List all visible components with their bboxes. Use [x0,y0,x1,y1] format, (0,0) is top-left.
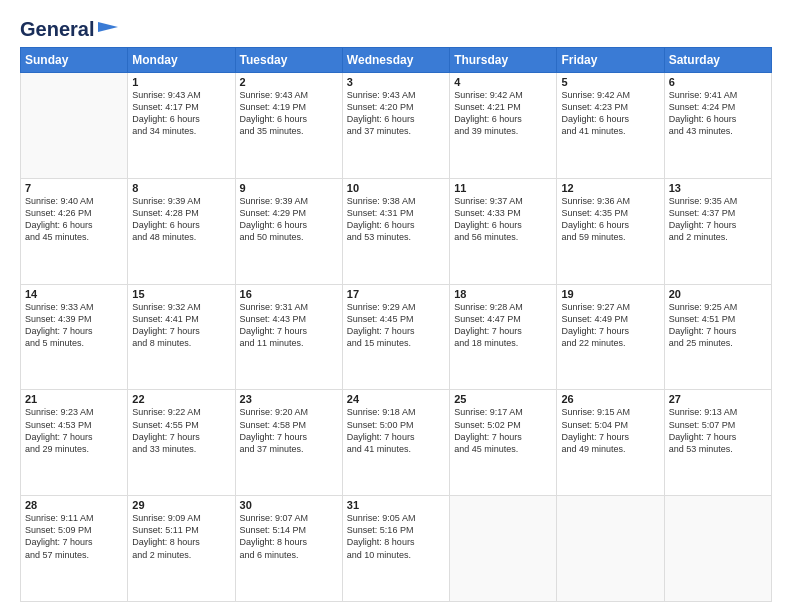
day-number: 21 [25,393,123,405]
calendar-cell: 16Sunrise: 9:31 AM Sunset: 4:43 PM Dayli… [235,284,342,390]
day-number: 1 [132,76,230,88]
day-info: Sunrise: 9:43 AM Sunset: 4:20 PM Dayligh… [347,89,445,138]
calendar-cell [450,496,557,602]
calendar-cell: 8Sunrise: 9:39 AM Sunset: 4:28 PM Daylig… [128,178,235,284]
day-info: Sunrise: 9:38 AM Sunset: 4:31 PM Dayligh… [347,195,445,244]
calendar-cell: 20Sunrise: 9:25 AM Sunset: 4:51 PM Dayli… [664,284,771,390]
logo-general: General [20,18,94,41]
day-info: Sunrise: 9:28 AM Sunset: 4:47 PM Dayligh… [454,301,552,350]
calendar-cell: 14Sunrise: 9:33 AM Sunset: 4:39 PM Dayli… [21,284,128,390]
logo-flag-icon [96,22,118,38]
calendar-cell: 24Sunrise: 9:18 AM Sunset: 5:00 PM Dayli… [342,390,449,496]
calendar-cell: 10Sunrise: 9:38 AM Sunset: 4:31 PM Dayli… [342,178,449,284]
calendar-cell: 28Sunrise: 9:11 AM Sunset: 5:09 PM Dayli… [21,496,128,602]
day-info: Sunrise: 9:39 AM Sunset: 4:28 PM Dayligh… [132,195,230,244]
day-info: Sunrise: 9:43 AM Sunset: 4:17 PM Dayligh… [132,89,230,138]
calendar-cell: 22Sunrise: 9:22 AM Sunset: 4:55 PM Dayli… [128,390,235,496]
calendar-cell: 12Sunrise: 9:36 AM Sunset: 4:35 PM Dayli… [557,178,664,284]
day-info: Sunrise: 9:09 AM Sunset: 5:11 PM Dayligh… [132,512,230,561]
calendar-cell: 15Sunrise: 9:32 AM Sunset: 4:41 PM Dayli… [128,284,235,390]
day-number: 17 [347,288,445,300]
day-number: 6 [669,76,767,88]
calendar-cell: 1Sunrise: 9:43 AM Sunset: 4:17 PM Daylig… [128,73,235,179]
day-number: 4 [454,76,552,88]
calendar-cell: 30Sunrise: 9:07 AM Sunset: 5:14 PM Dayli… [235,496,342,602]
day-number: 25 [454,393,552,405]
day-info: Sunrise: 9:37 AM Sunset: 4:33 PM Dayligh… [454,195,552,244]
calendar-cell: 29Sunrise: 9:09 AM Sunset: 5:11 PM Dayli… [128,496,235,602]
header: General [20,18,772,37]
day-number: 8 [132,182,230,194]
calendar-cell: 5Sunrise: 9:42 AM Sunset: 4:23 PM Daylig… [557,73,664,179]
day-info: Sunrise: 9:35 AM Sunset: 4:37 PM Dayligh… [669,195,767,244]
calendar-cell: 9Sunrise: 9:39 AM Sunset: 4:29 PM Daylig… [235,178,342,284]
day-number: 19 [561,288,659,300]
day-info: Sunrise: 9:11 AM Sunset: 5:09 PM Dayligh… [25,512,123,561]
day-number: 3 [347,76,445,88]
calendar-cell: 17Sunrise: 9:29 AM Sunset: 4:45 PM Dayli… [342,284,449,390]
calendar-cell: 3Sunrise: 9:43 AM Sunset: 4:20 PM Daylig… [342,73,449,179]
day-number: 26 [561,393,659,405]
day-info: Sunrise: 9:33 AM Sunset: 4:39 PM Dayligh… [25,301,123,350]
calendar-cell: 11Sunrise: 9:37 AM Sunset: 4:33 PM Dayli… [450,178,557,284]
day-info: Sunrise: 9:29 AM Sunset: 4:45 PM Dayligh… [347,301,445,350]
day-info: Sunrise: 9:42 AM Sunset: 4:23 PM Dayligh… [561,89,659,138]
page-container: General SundayMondayTuesdayWednesdayThur… [0,0,792,612]
calendar-week-1: 7Sunrise: 9:40 AM Sunset: 4:26 PM Daylig… [21,178,772,284]
day-number: 15 [132,288,230,300]
calendar-table: SundayMondayTuesdayWednesdayThursdayFrid… [20,47,772,602]
day-number: 11 [454,182,552,194]
day-number: 28 [25,499,123,511]
day-number: 29 [132,499,230,511]
col-header-saturday: Saturday [664,48,771,73]
day-info: Sunrise: 9:41 AM Sunset: 4:24 PM Dayligh… [669,89,767,138]
day-info: Sunrise: 9:22 AM Sunset: 4:55 PM Dayligh… [132,406,230,455]
col-header-thursday: Thursday [450,48,557,73]
day-info: Sunrise: 9:39 AM Sunset: 4:29 PM Dayligh… [240,195,338,244]
day-number: 12 [561,182,659,194]
logo: General [20,18,118,37]
calendar-cell: 2Sunrise: 9:43 AM Sunset: 4:19 PM Daylig… [235,73,342,179]
day-number: 18 [454,288,552,300]
calendar-week-3: 21Sunrise: 9:23 AM Sunset: 4:53 PM Dayli… [21,390,772,496]
day-info: Sunrise: 9:42 AM Sunset: 4:21 PM Dayligh… [454,89,552,138]
calendar-cell: 26Sunrise: 9:15 AM Sunset: 5:04 PM Dayli… [557,390,664,496]
calendar-cell: 21Sunrise: 9:23 AM Sunset: 4:53 PM Dayli… [21,390,128,496]
day-info: Sunrise: 9:23 AM Sunset: 4:53 PM Dayligh… [25,406,123,455]
day-number: 30 [240,499,338,511]
day-number: 7 [25,182,123,194]
col-header-monday: Monday [128,48,235,73]
calendar-cell: 13Sunrise: 9:35 AM Sunset: 4:37 PM Dayli… [664,178,771,284]
calendar-cell: 6Sunrise: 9:41 AM Sunset: 4:24 PM Daylig… [664,73,771,179]
day-info: Sunrise: 9:07 AM Sunset: 5:14 PM Dayligh… [240,512,338,561]
col-header-wednesday: Wednesday [342,48,449,73]
calendar-week-2: 14Sunrise: 9:33 AM Sunset: 4:39 PM Dayli… [21,284,772,390]
col-header-friday: Friday [557,48,664,73]
svg-marker-0 [98,22,118,32]
calendar-cell [557,496,664,602]
day-info: Sunrise: 9:31 AM Sunset: 4:43 PM Dayligh… [240,301,338,350]
day-number: 9 [240,182,338,194]
day-info: Sunrise: 9:43 AM Sunset: 4:19 PM Dayligh… [240,89,338,138]
day-info: Sunrise: 9:13 AM Sunset: 5:07 PM Dayligh… [669,406,767,455]
day-info: Sunrise: 9:25 AM Sunset: 4:51 PM Dayligh… [669,301,767,350]
day-number: 22 [132,393,230,405]
day-number: 2 [240,76,338,88]
calendar-cell: 25Sunrise: 9:17 AM Sunset: 5:02 PM Dayli… [450,390,557,496]
day-info: Sunrise: 9:18 AM Sunset: 5:00 PM Dayligh… [347,406,445,455]
day-info: Sunrise: 9:40 AM Sunset: 4:26 PM Dayligh… [25,195,123,244]
day-number: 13 [669,182,767,194]
calendar-cell: 23Sunrise: 9:20 AM Sunset: 4:58 PM Dayli… [235,390,342,496]
calendar-cell [664,496,771,602]
calendar-cell: 31Sunrise: 9:05 AM Sunset: 5:16 PM Dayli… [342,496,449,602]
day-number: 24 [347,393,445,405]
day-number: 16 [240,288,338,300]
calendar-cell: 27Sunrise: 9:13 AM Sunset: 5:07 PM Dayli… [664,390,771,496]
day-number: 5 [561,76,659,88]
day-info: Sunrise: 9:27 AM Sunset: 4:49 PM Dayligh… [561,301,659,350]
day-info: Sunrise: 9:32 AM Sunset: 4:41 PM Dayligh… [132,301,230,350]
calendar-week-0: 1Sunrise: 9:43 AM Sunset: 4:17 PM Daylig… [21,73,772,179]
day-info: Sunrise: 9:05 AM Sunset: 5:16 PM Dayligh… [347,512,445,561]
calendar-cell: 7Sunrise: 9:40 AM Sunset: 4:26 PM Daylig… [21,178,128,284]
day-number: 14 [25,288,123,300]
